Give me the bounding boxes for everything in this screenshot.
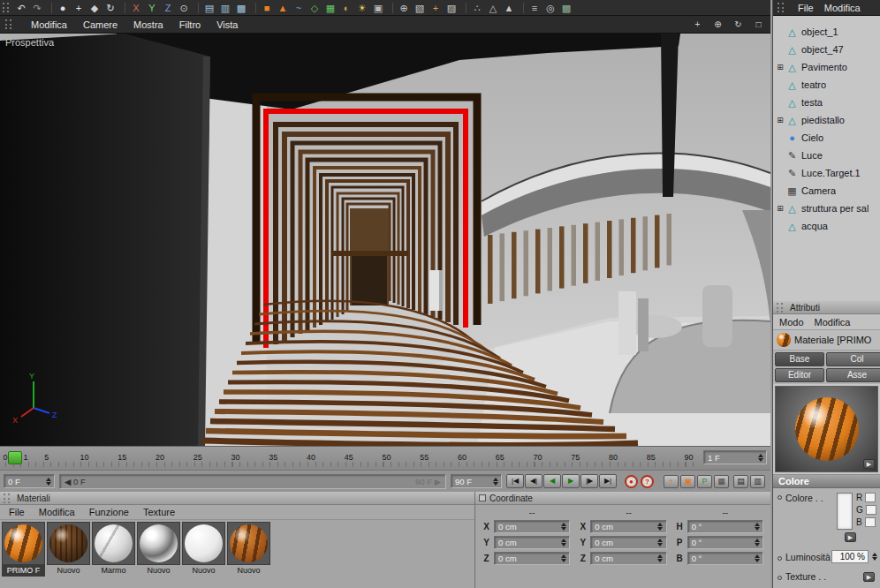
- object-row[interactable]: △acqua: [773, 217, 880, 235]
- zoom-view-icon[interactable]: ⊕: [711, 18, 724, 31]
- object-name[interactable]: object_47: [801, 44, 844, 55]
- polygon-object-icon[interactable]: △: [785, 221, 799, 232]
- record-keyframe-button[interactable]: ●: [625, 475, 638, 488]
- render-view-icon[interactable]: ▤: [202, 1, 216, 15]
- add-boole-icon[interactable]: ◐: [339, 1, 353, 15]
- object-name[interactable]: Cielo: [801, 132, 823, 143]
- object-name[interactable]: acqua: [801, 221, 828, 231]
- next-frame-button[interactable]: |▶: [580, 474, 598, 488]
- selected-material-row[interactable]: Materiale [PRIMO: [773, 330, 880, 351]
- material-tile[interactable]: Nuovo: [137, 522, 180, 577]
- luminosity-field[interactable]: 100 %: [831, 550, 869, 563]
- menu-filtro[interactable]: Filtro: [179, 19, 201, 30]
- texture-expand-icon[interactable]: ▶: [863, 572, 875, 582]
- object-axis-icon[interactable]: +: [429, 1, 443, 15]
- record-position-icon[interactable]: +: [664, 475, 679, 488]
- camera-object-icon[interactable]: ▦: [785, 185, 799, 197]
- move-tool-icon[interactable]: +: [72, 1, 86, 15]
- attributes-grip-icon[interactable]: [777, 303, 783, 313]
- coordinates-header[interactable]: Coordinate: [475, 492, 770, 505]
- edges-mode-icon[interactable]: △: [486, 1, 500, 15]
- coord-column-select[interactable]: --: [590, 508, 666, 517]
- range-end-field[interactable]: 90 F: [451, 474, 502, 488]
- object-name[interactable]: struttura per sal: [801, 203, 869, 214]
- add-array-icon[interactable]: ▦: [323, 1, 338, 15]
- coord-field-b[interactable]: 0 °: [687, 552, 763, 565]
- material-preview-nav-icon[interactable]: ▶: [863, 459, 875, 469]
- autokey-button[interactable]: ?: [641, 475, 654, 488]
- range-end-stepper-icon[interactable]: [491, 476, 499, 487]
- add-light-icon[interactable]: ☀: [355, 1, 369, 15]
- polygons-mode-icon[interactable]: ▲: [502, 1, 516, 15]
- snap-settings-icon[interactable]: ⊕: [397, 1, 411, 15]
- current-frame-field[interactable]: 1 F: [703, 450, 767, 464]
- menu-modifica[interactable]: Modifica: [31, 19, 67, 30]
- stepper-icon[interactable]: [559, 521, 567, 532]
- object-row[interactable]: △object_1: [773, 23, 880, 41]
- color-section-header[interactable]: Colore: [773, 474, 880, 488]
- om-menu-file[interactable]: File: [798, 3, 814, 13]
- fcurve-window-icon[interactable]: ▥: [750, 475, 765, 488]
- attr-menu-modo[interactable]: Modo: [779, 317, 804, 328]
- range-start-field[interactable]: 0 F: [4, 474, 55, 488]
- material-tile[interactable]: Marmo: [92, 522, 135, 577]
- mat-menu-modifica[interactable]: Modifica: [39, 507, 75, 517]
- record-parameter-icon[interactable]: P: [697, 475, 712, 488]
- stepper-icon[interactable]: [753, 521, 761, 532]
- coord-column-select[interactable]: --: [494, 508, 570, 517]
- coord-field-y[interactable]: 0 cm: [494, 536, 570, 549]
- goto-start-button[interactable]: |◀: [506, 474, 524, 488]
- play-forward-button[interactable]: ▶: [562, 474, 580, 488]
- object-row[interactable]: ✎Luce.Target.1: [773, 164, 880, 182]
- menu-vista[interactable]: Vista: [216, 19, 238, 30]
- object-manager-grip-icon[interactable]: [778, 3, 784, 12]
- object-row[interactable]: ✎Luce: [773, 147, 880, 164]
- anim-dot-icon[interactable]: [778, 495, 782, 500]
- stepper-icon[interactable]: [753, 553, 761, 564]
- coordinate-system-icon[interactable]: ⊙: [177, 1, 191, 15]
- material-tile[interactable]: PRIMO F: [2, 522, 45, 577]
- tab-base[interactable]: Base: [775, 352, 824, 366]
- coord-field-p[interactable]: 0 °: [687, 536, 763, 549]
- undo-icon[interactable]: ↶: [14, 1, 28, 15]
- timeline-window-icon[interactable]: ▤: [733, 475, 748, 488]
- enhanced-display-icon[interactable]: ▩: [559, 1, 573, 15]
- object-row[interactable]: △teatro: [773, 76, 880, 94]
- color-swatch[interactable]: [837, 493, 853, 530]
- object-row[interactable]: △testa: [773, 94, 880, 111]
- materials-header[interactable]: Materiali: [0, 492, 474, 505]
- live-selection-icon[interactable]: ●: [56, 1, 70, 15]
- toolbar-grip-icon[interactable]: [3, 3, 9, 12]
- lock-y-axis-icon[interactable]: Y: [145, 1, 159, 15]
- coord-column-select[interactable]: --: [687, 508, 763, 517]
- object-row[interactable]: ▦Camera: [773, 182, 880, 200]
- tab-col[interactable]: Col: [826, 352, 880, 366]
- stepper-icon[interactable]: [656, 537, 664, 548]
- object-name[interactable]: Luce: [801, 150, 823, 161]
- stepper-icon[interactable]: [559, 537, 567, 548]
- sky-object-icon[interactable]: ●: [785, 132, 799, 143]
- tab-asse[interactable]: Asse: [826, 368, 880, 382]
- color-expand-icon[interactable]: ▶: [845, 532, 856, 542]
- isoline-icon[interactable]: ≡: [527, 1, 542, 15]
- attributes-header[interactable]: Attributi: [773, 301, 880, 314]
- object-name[interactable]: teatro: [801, 79, 826, 90]
- coord-field-y[interactable]: 0 cm: [590, 536, 666, 549]
- coord-field-z[interactable]: 0 cm: [590, 552, 666, 565]
- polygon-object-icon[interactable]: △: [785, 203, 799, 215]
- preview-range-slider[interactable]: ◀ 0 F 90 F ▶: [59, 474, 446, 489]
- maximize-view-icon[interactable]: □: [752, 18, 765, 31]
- render-active-view-icon[interactable]: ▥: [218, 1, 232, 15]
- material-tile[interactable]: Nuovo: [182, 522, 225, 577]
- coord-field-z[interactable]: 0 cm: [494, 552, 570, 565]
- viewport-3d-scene[interactable]: Y X Z: [0, 34, 770, 446]
- channel-slider-g[interactable]: [866, 505, 876, 515]
- polygon-object-icon[interactable]: △: [785, 44, 799, 56]
- texture-mode-icon[interactable]: ▨: [444, 1, 459, 15]
- current-frame-marker[interactable]: [8, 451, 22, 464]
- add-spline-icon[interactable]: ~: [292, 1, 306, 15]
- coord-field-x[interactable]: 0 cm: [494, 520, 570, 533]
- pan-view-icon[interactable]: +: [691, 18, 704, 31]
- material-preview[interactable]: ▶: [775, 386, 878, 472]
- channel-slider-r[interactable]: [865, 493, 876, 502]
